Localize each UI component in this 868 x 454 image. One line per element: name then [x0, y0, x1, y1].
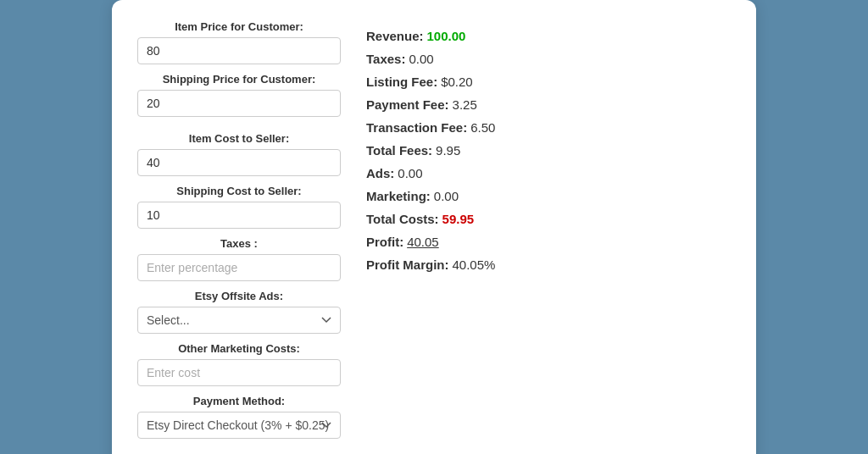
item-cost-input[interactable] [137, 149, 341, 176]
payment-group: Payment Method: Etsy Direct Checkout (3%… [137, 395, 341, 439]
item-price-group: Item Price for Customer: [137, 20, 341, 64]
item-price-label: Item Price for Customer: [137, 20, 341, 33]
calculator-card: Item Price for Customer: Shipping Price … [112, 0, 756, 454]
revenue-value: 100.00 [427, 29, 466, 43]
revenue-row: Revenue: 100.00 [366, 29, 731, 43]
ads-row: Ads: 0.00 [366, 166, 731, 180]
payment-label: Payment Method: [137, 395, 341, 407]
total-fees-value: 9.95 [436, 143, 460, 158]
total-costs-value: 59.95 [442, 212, 475, 226]
listing-fee-value: $0.20 [441, 75, 473, 89]
payment-fee-label: Payment Fee: [366, 97, 449, 112]
taxes-result-value: 0.00 [409, 52, 433, 66]
shipping-cost-input[interactable] [137, 202, 341, 229]
profit-value: 40.05 [407, 235, 439, 249]
profit-margin-value: 40.05% [453, 257, 496, 272]
payment-fee-row: Payment Fee: 3.25 [366, 97, 731, 112]
shipping-price-group: Shipping Price for Customer: [137, 73, 341, 117]
shipping-price-label: Shipping Price for Customer: [137, 73, 341, 86]
taxes-row: Taxes: 0.00 [366, 52, 731, 66]
transaction-fee-label: Transaction Fee: [366, 120, 467, 135]
total-costs-row: Total Costs: 59.95 [366, 212, 731, 226]
transaction-fee-value: 6.50 [470, 120, 495, 135]
taxes-group: Taxes : [137, 237, 341, 281]
shipping-cost-group: Shipping Cost to Seller: [137, 185, 341, 229]
offsite-ads-label: Etsy Offsite Ads: [137, 290, 341, 302]
offsite-ads-group: Etsy Offsite Ads: Select... 15% 12% [137, 290, 341, 334]
item-cost-group: Item Cost to Seller: [137, 132, 341, 176]
left-panel: Item Price for Customer: Shipping Price … [137, 20, 341, 447]
taxes-input[interactable] [137, 254, 341, 281]
listing-fee-label: Listing Fee: [366, 75, 437, 89]
marketing-row: Marketing: 0.00 [366, 189, 731, 203]
total-costs-label: Total Costs: [366, 212, 439, 226]
profit-margin-label: Profit Margin: [366, 257, 449, 272]
payment-fee-value: 3.25 [453, 97, 477, 112]
item-price-input[interactable] [137, 37, 341, 64]
total-fees-label: Total Fees: [366, 143, 432, 158]
item-cost-label: Item Cost to Seller: [137, 132, 341, 145]
listing-fee-row: Listing Fee: $0.20 [366, 75, 731, 89]
profit-label: Profit: [366, 235, 403, 249]
marketing-result-label: Marketing: [366, 189, 431, 203]
ads-label: Ads: [366, 166, 394, 180]
offsite-ads-select[interactable]: Select... 15% 12% [137, 307, 341, 334]
profit-margin-row: Profit Margin: 40.05% [366, 257, 731, 272]
marketing-group: Other Marketing Costs: [137, 342, 341, 386]
shipping-price-input[interactable] [137, 90, 341, 117]
total-fees-row: Total Fees: 9.95 [366, 143, 731, 158]
marketing-label: Other Marketing Costs: [137, 342, 341, 355]
shipping-cost-label: Shipping Cost to Seller: [137, 185, 341, 197]
marketing-input[interactable] [137, 359, 341, 386]
payment-select[interactable]: Etsy Direct Checkout (3% + $0.25) PayPal… [137, 412, 341, 439]
profit-row: Profit: 40.05 [366, 235, 731, 249]
taxes-result-label: Taxes: [366, 52, 405, 66]
ads-value: 0.00 [398, 166, 422, 180]
marketing-result-value: 0.00 [434, 189, 459, 203]
right-panel: Revenue: 100.00 Taxes: 0.00 Listing Fee:… [366, 20, 731, 447]
revenue-label: Revenue: [366, 29, 424, 43]
transaction-fee-row: Transaction Fee: 6.50 [366, 120, 731, 135]
taxes-label: Taxes : [137, 237, 341, 250]
